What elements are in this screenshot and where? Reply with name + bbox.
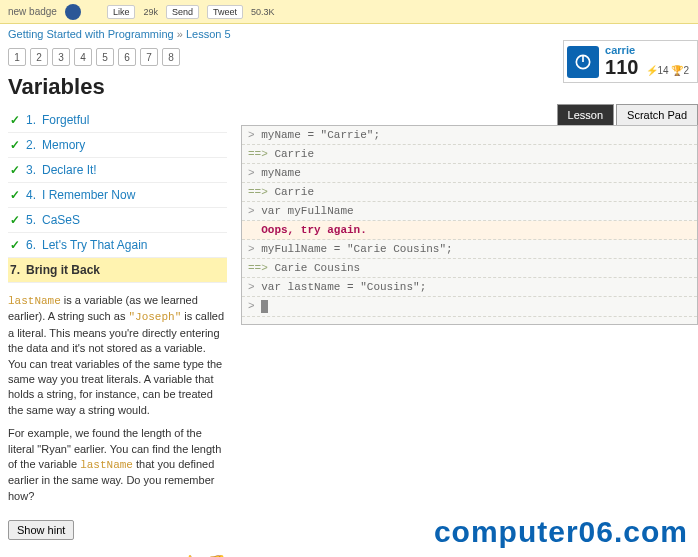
stage-number: 1.: [26, 113, 36, 127]
stage-item[interactable]: ✓4.I Remember Now: [8, 183, 227, 208]
stage-number: 2.: [26, 138, 36, 152]
check-icon: ✓: [10, 138, 20, 152]
console-line: ==> Carrie: [242, 183, 697, 202]
tweet-button[interactable]: Tweet: [207, 5, 243, 19]
stage-item[interactable]: ✓3.Declare It!: [8, 158, 227, 183]
console-line: >: [242, 297, 697, 317]
tab-scratch[interactable]: Scratch Pad: [616, 104, 698, 125]
console-line: > myName = "Carrie";: [242, 126, 697, 145]
pager-page[interactable]: 4: [74, 48, 92, 66]
pager-page[interactable]: 8: [162, 48, 180, 66]
console-line: ==> Carie Cousins: [242, 259, 697, 278]
username[interactable]: carrie: [605, 44, 689, 56]
lesson-panel: Variables ✓1.Forgetful✓2.Memory✓3.Declar…: [0, 70, 235, 557]
page-title: Variables: [8, 74, 227, 100]
stage-number: 4.: [26, 188, 36, 202]
pager-page[interactable]: 5: [96, 48, 114, 66]
stage-item[interactable]: ✓6.Let's Try That Again: [8, 233, 227, 258]
stage-number: 7.: [10, 263, 20, 277]
lesson-prose: lastName is a variable (as we learned ea…: [8, 293, 227, 504]
tab-lesson[interactable]: Lesson: [557, 104, 614, 125]
stage-label: CaSeS: [42, 213, 80, 227]
stage-number: 3.: [26, 163, 36, 177]
pager-page[interactable]: 1: [8, 48, 26, 66]
console-line: > var myFullName: [242, 202, 697, 221]
breadcrumb-lesson[interactable]: Lesson 5: [186, 28, 231, 40]
stage-label: Forgetful: [42, 113, 89, 127]
console-line: > myFullName = "Carie Cousins";: [242, 240, 697, 259]
code-tabs: Lesson Scratch Pad: [241, 104, 698, 125]
stage-label: Declare It!: [42, 163, 97, 177]
badge-icon: [65, 4, 81, 20]
pager-page[interactable]: 7: [140, 48, 158, 66]
power-icon: [573, 52, 593, 72]
stage-item[interactable]: ✓5.CaSeS: [8, 208, 227, 233]
check-icon: ✓: [10, 213, 20, 227]
show-hint-button[interactable]: Show hint: [8, 520, 74, 540]
pager-page[interactable]: 3: [52, 48, 70, 66]
stage-label: Bring it Back: [26, 263, 100, 277]
stage-item[interactable]: ✓1.Forgetful: [8, 108, 227, 133]
code-panel: carrie 110 ⚡14 🏆2 Lesson Scratch Pad > m…: [235, 70, 698, 557]
stage-label: Let's Try That Again: [42, 238, 147, 252]
stage-item[interactable]: 7.Bring it Back: [8, 258, 227, 283]
fb-like-button[interactable]: Like: [107, 5, 136, 19]
fb-send-button[interactable]: Send: [166, 5, 199, 19]
pager-page[interactable]: 2: [30, 48, 48, 66]
bolt-count: 14: [658, 65, 669, 76]
check-icon: ✓: [10, 188, 20, 202]
trophy-count: 2: [683, 65, 689, 76]
check-icon: ✓: [10, 238, 20, 252]
stage-label: Memory: [42, 138, 85, 152]
console-line: > var lastName = "Cousins";: [242, 278, 697, 297]
tweet-count: 50.3K: [251, 7, 275, 17]
console-line: Oops, try again.: [242, 221, 697, 240]
user-box: carrie 110 ⚡14 🏆2: [563, 40, 698, 83]
breadcrumb-course[interactable]: Getting Started with Programming: [8, 28, 174, 40]
console[interactable]: > myName = "Carrie";==> Carrie> myName==…: [241, 125, 698, 325]
fb-like-count: 29k: [143, 7, 158, 17]
console-line: > myName: [242, 164, 697, 183]
stage-number: 6.: [26, 238, 36, 252]
badge-text: new badge: [8, 6, 57, 17]
avatar[interactable]: [567, 46, 599, 78]
check-icon: ✓: [10, 113, 20, 127]
stage-item[interactable]: ✓2.Memory: [8, 133, 227, 158]
user-score: 110: [605, 56, 638, 78]
check-icon: ✓: [10, 163, 20, 177]
pager-page[interactable]: 6: [118, 48, 136, 66]
stage-number: 5.: [26, 213, 36, 227]
stage-label: I Remember Now: [42, 188, 135, 202]
watermark: computer06.com: [434, 515, 688, 549]
console-line: ==> Carrie: [242, 145, 697, 164]
top-banner: new badge Like 29k Send Tweet 50.3K: [0, 0, 698, 24]
